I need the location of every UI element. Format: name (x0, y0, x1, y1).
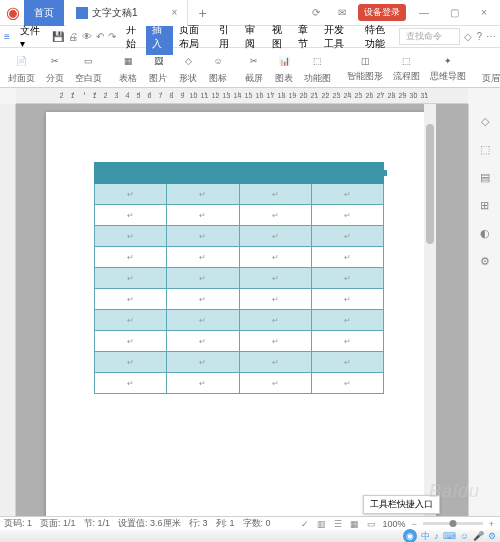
status-col[interactable]: 列: 1 (216, 517, 235, 530)
ribbon-headerfooter[interactable]: ▤页眉和页脚 (478, 51, 500, 85)
preview-icon[interactable]: 👁 (82, 31, 92, 42)
ribbon-flowchart[interactable]: ⬚流程图 (389, 53, 424, 83)
table-row: ↵↵↵↵ (95, 289, 384, 310)
file-menu[interactable]: 文件 ▾ (14, 24, 48, 49)
doc-icon (76, 7, 88, 19)
undo-icon[interactable]: ↶ (96, 31, 104, 42)
panel-settings-icon[interactable]: ⚙ (476, 252, 494, 270)
smartart-icon: ◫ (357, 53, 373, 69)
panel-select-icon[interactable]: ◇ (476, 112, 494, 130)
tool-emoji-icon[interactable]: ☺ (460, 531, 469, 541)
ribbon-shapes[interactable]: ◇形状 (174, 51, 202, 85)
table-row: ↵↵↵↵ (95, 268, 384, 289)
workspace: ↵↵↵↵ ↵↵↵↵ ↵↵↵↵ ↵↵↵↵ ↵↵↵↵ ↵↵↵↵ ↵↵↵↵ ↵↵↵↵ … (0, 104, 500, 516)
zoom-out-icon[interactable]: − (409, 519, 418, 529)
ribbon-table[interactable]: ▦表格 (114, 51, 142, 85)
help-icon[interactable]: ? (476, 31, 482, 42)
tool-cn-icon[interactable]: 中 (421, 530, 430, 543)
ribbon-picture[interactable]: 🖼图片 (144, 51, 172, 85)
redo-icon[interactable]: ↷ (108, 31, 116, 42)
tool-mic-icon[interactable]: 🎤 (473, 531, 484, 541)
document-canvas[interactable]: ↵↵↵↵ ↵↵↵↵ ↵↵↵↵ ↵↵↵↵ ↵↵↵↵ ↵↵↵↵ ↵↵↵↵ ↵↵↵↵ … (16, 104, 468, 516)
table-row: ↵↵↵↵ (95, 310, 384, 331)
close-window-icon[interactable]: × (472, 7, 496, 18)
chart-icon: 📊 (274, 51, 294, 71)
maximize-icon[interactable]: ▢ (442, 7, 466, 18)
status-chars[interactable]: 字数: 0 (243, 517, 271, 530)
zoom-thumb[interactable] (449, 520, 456, 527)
right-sidepanel: ◇ ⬚ ▤ ⊞ ◐ ⚙ (468, 104, 500, 516)
zoom-in-icon[interactable]: + (487, 519, 496, 529)
panel-nav-icon[interactable]: ▤ (476, 168, 494, 186)
table-row: ↵↵↵↵ (95, 184, 384, 205)
more-icon[interactable]: ⋯ (486, 31, 496, 42)
tab-doc-label: 文字文稿1 (92, 6, 138, 20)
ribbon-smartart[interactable]: ◫智能图形 (343, 53, 387, 83)
ruler-vertical[interactable] (0, 104, 16, 516)
page[interactable]: ↵↵↵↵ ↵↵↵↵ ↵↵↵↵ ↵↵↵↵ ↵↵↵↵ ↵↵↵↵ ↵↵↵↵ ↵↵↵↵ … (46, 112, 426, 516)
status-page[interactable]: 页码: 1 (4, 517, 32, 530)
ribbon-blankpage[interactable]: ▭空白页 (71, 51, 106, 85)
collapse-icon[interactable]: ◇ (464, 31, 472, 42)
view-outline-icon[interactable]: ☰ (332, 519, 344, 529)
tool-keyboard-icon[interactable]: ⌨ (443, 531, 456, 541)
status-position[interactable]: 设置值: 3.6厘米 (118, 517, 181, 530)
resize-handle-icon[interactable] (381, 170, 387, 176)
ribbon-icons[interactable]: ☺图标 (204, 51, 232, 85)
ribbon-funcchart[interactable]: ⬚功能图 (300, 51, 335, 85)
close-icon[interactable]: × (172, 7, 178, 18)
picture-icon: 🖼 (148, 51, 168, 71)
minimize-icon[interactable]: — (412, 7, 436, 18)
ribbon-chart[interactable]: 📊图表 (270, 51, 298, 85)
table-icon: ▦ (118, 51, 138, 71)
zoom-level[interactable]: 100% (382, 519, 405, 529)
ruler-horizontal[interactable]: 2112345678910111213141516171819202122232… (16, 88, 468, 104)
search-input[interactable]: 查找命令 (399, 28, 460, 45)
tool-sound-icon[interactable]: ♪ (434, 531, 439, 541)
funcchart-icon: ⬚ (308, 51, 328, 71)
status-line[interactable]: 行: 3 (189, 517, 208, 530)
tab-view[interactable]: 视图 (266, 19, 292, 55)
app-menu-icon[interactable]: ≡ (0, 31, 14, 42)
view-page-icon[interactable]: ▥ (315, 519, 328, 529)
view-web-icon[interactable]: ▦ (348, 519, 361, 529)
panel-style-icon[interactable]: ⬚ (476, 140, 494, 158)
table-row: ↵↵↵↵ (95, 331, 384, 352)
ribbon-coverpage[interactable]: 📄封面页 (4, 51, 39, 85)
tab-special[interactable]: 特色功能 (359, 19, 400, 55)
assistant-icon[interactable]: ◉ (403, 529, 417, 542)
save-icon[interactable]: 💾 (52, 31, 64, 42)
tab-section[interactable]: 章节 (292, 19, 318, 55)
mindmap-icon: ✦ (440, 53, 456, 69)
tool-settings-icon[interactable]: ⚙ (488, 531, 496, 541)
print-icon[interactable]: 🖨 (68, 31, 78, 42)
table-row: ↵↵↵↵ (95, 373, 384, 394)
scrollbar-thumb[interactable] (426, 124, 434, 244)
tab-devtools[interactable]: 开发工具 (318, 19, 359, 55)
document-table[interactable]: ↵↵↵↵ ↵↵↵↵ ↵↵↵↵ ↵↵↵↵ ↵↵↵↵ ↵↵↵↵ ↵↵↵↵ ↵↵↵↵ … (94, 162, 384, 394)
shapes-icon: ◇ (178, 51, 198, 71)
ribbon-screenshot[interactable]: ✂截屏 (240, 51, 268, 85)
menubar: ≡ 文件 ▾ 💾 🖨 👁 ↶ ↷ 开始 插入 页面布局 引用 审阅 视图 章节 … (0, 26, 500, 48)
blankpage-icon: ▭ (79, 51, 99, 71)
ribbon: 📄封面页 ✂分页 ▭空白页 ▦表格 🖼图片 ◇形状 ☺图标 ✂截屏 📊图表 ⬚功… (0, 48, 500, 88)
tab-references[interactable]: 引用 (213, 19, 239, 55)
status-section[interactable]: 节: 1/1 (84, 517, 111, 530)
watermark-text: Baidu (429, 481, 480, 502)
tab-review[interactable]: 审阅 (239, 19, 265, 55)
panel-template-icon[interactable]: ⊞ (476, 196, 494, 214)
ribbon-mindmap[interactable]: ✦思维导图 (426, 53, 470, 83)
panel-analysis-icon[interactable]: ◐ (476, 224, 494, 242)
table-row (95, 163, 384, 184)
ribbon-pagebreak[interactable]: ✂分页 (41, 51, 69, 85)
tab-document[interactable]: 文字文稿1 × (66, 0, 188, 26)
view-read-icon[interactable]: ▭ (365, 519, 378, 529)
vertical-scrollbar[interactable] (424, 104, 436, 516)
screenshot-icon: ✂ (244, 51, 264, 71)
pagebreak-icon: ✂ (45, 51, 65, 71)
statusbar: 页码: 1 页面: 1/1 节: 1/1 设置值: 3.6厘米 行: 3 列: … (0, 516, 500, 530)
spellcheck-icon[interactable]: ✓ (299, 519, 311, 529)
status-pageof[interactable]: 页面: 1/1 (40, 517, 76, 530)
zoom-slider[interactable] (423, 522, 483, 525)
table-row: ↵↵↵↵ (95, 205, 384, 226)
